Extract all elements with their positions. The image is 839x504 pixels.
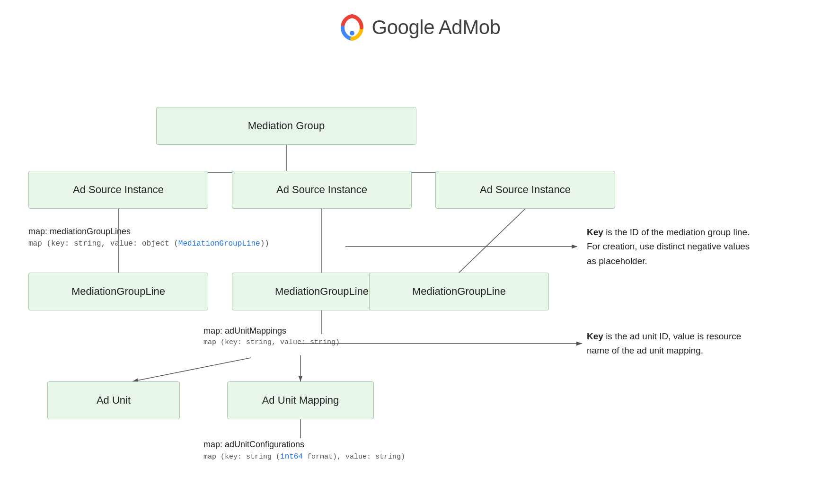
ad-source-instance-3-box: Ad Source Instance <box>435 171 615 209</box>
ad-unit-mappings-key-note: Key is the ad unit ID, value is resource… <box>587 329 752 358</box>
ad-source-instance-2-box: Ad Source Instance <box>232 171 412 209</box>
svg-line-10 <box>459 209 525 273</box>
admob-logo-icon <box>339 14 365 41</box>
svg-point-2 <box>350 31 354 35</box>
mediation-group-lines-key-note: Key is the ID of the mediation group lin… <box>587 225 752 268</box>
ad-unit-mapping-box: Ad Unit Mapping <box>227 381 374 419</box>
mediation-group-lines-label: map: mediationGroupLines map (key: strin… <box>28 225 269 249</box>
page-title: Google AdMob <box>372 16 501 39</box>
ad-unit-configurations-label: map: adUnitConfigurations map (key: stri… <box>203 438 405 463</box>
svg-line-15 <box>132 358 251 381</box>
ad-unit-mappings-label: map: adUnitMappings map (key: string, va… <box>203 325 340 348</box>
mediation-group-box: Mediation Group <box>156 107 416 145</box>
mediation-group-line-1-box: MediationGroupLine <box>28 273 208 310</box>
page-header: Google AdMob <box>0 0 839 50</box>
ad-unit-box: Ad Unit <box>47 381 180 419</box>
mediation-group-line-3-box: MediationGroupLine <box>369 273 549 310</box>
ad-source-instance-1-box: Ad Source Instance <box>28 171 208 209</box>
diagram-container: Mediation Group Ad Source Instance Ad So… <box>0 50 839 500</box>
